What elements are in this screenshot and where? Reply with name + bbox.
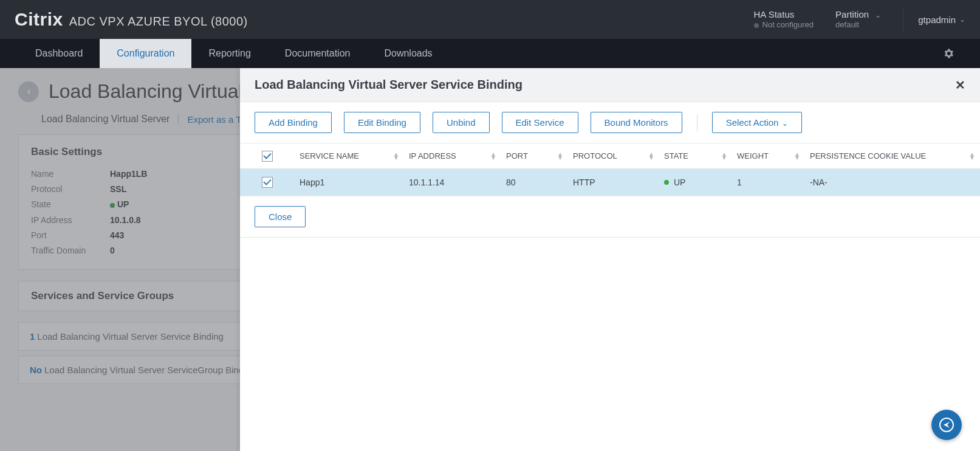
top-bar: Citrix ADC VPX AZURE BYOL (8000) HA Stat… (0, 0, 980, 39)
breadcrumb-current: Load Balancing Virtual Server (41, 114, 170, 125)
brand: Citrix ADC VPX AZURE BYOL (8000) (15, 9, 248, 30)
nav-documentation[interactable]: Documentation (268, 39, 368, 68)
cell-service-name: Happ1 (295, 177, 404, 187)
sort-icon: ▲▼ (393, 153, 399, 160)
modal-title: Load Balancing Virtual Server Service Bi… (255, 78, 955, 92)
cell-port: 80 (501, 177, 568, 187)
brand-product: ADC VPX AZURE BYOL (8000) (69, 15, 248, 29)
nav-reporting[interactable]: Reporting (191, 39, 267, 68)
select-action-dropdown[interactable]: Select Action⌄ (712, 112, 803, 133)
col-persistence-cookie[interactable]: PERSISTENCE COOKIE VALUE▲▼ (805, 151, 980, 160)
status-dot-icon (110, 203, 115, 208)
nav-configuration[interactable]: Configuration (100, 39, 191, 68)
unbind-button[interactable]: Unbind (433, 112, 490, 133)
sort-icon: ▲▼ (721, 153, 727, 160)
bound-monitors-button[interactable]: Bound Monitors (591, 112, 682, 133)
nav-downloads[interactable]: Downloads (367, 39, 449, 68)
status-dot-icon (664, 180, 669, 185)
nav-dashboard[interactable]: Dashboard (18, 39, 100, 68)
row-checkbox[interactable] (262, 177, 273, 188)
cell-cookie: -NA- (805, 177, 980, 187)
modal-toolbar: Add Binding Edit Binding Unbind Edit Ser… (240, 102, 980, 143)
brand-logo: Citrix (15, 9, 63, 30)
col-weight[interactable]: WEIGHT▲▼ (732, 151, 805, 160)
sort-icon: ▲▼ (490, 153, 496, 160)
col-port[interactable]: PORT▲▼ (501, 151, 568, 160)
chevron-down-icon: ⌄ (782, 119, 788, 128)
paper-plane-icon (939, 418, 954, 432)
back-button[interactable] (18, 81, 39, 102)
partition-value: default (835, 20, 881, 30)
sort-icon: ▲▼ (648, 153, 654, 160)
chevron-down-icon: ⌄ (959, 15, 965, 24)
cell-state: UP (659, 177, 732, 187)
table-header: SERVICE NAME▲▼ IP ADDRESS▲▼ PORT▲▼ PROTO… (240, 143, 980, 169)
partition-label: Partition (835, 9, 869, 19)
bindings-table: SERVICE NAME▲▼ IP ADDRESS▲▼ PORT▲▼ PROTO… (240, 143, 980, 196)
ha-status-block: HA Status Not configured (754, 9, 814, 30)
table-row[interactable]: Happ1 10.1.1.14 80 HTTP UP 1 -NA- (240, 169, 980, 196)
select-all-checkbox[interactable] (262, 151, 273, 162)
sort-icon: ▲▼ (794, 153, 800, 160)
main-nav: Dashboard Configuration Reporting Docume… (0, 39, 980, 68)
col-state[interactable]: STATE▲▼ (659, 151, 732, 160)
user-name: gtpadmin (918, 15, 956, 25)
modal-footer: Close (240, 196, 980, 238)
close-button[interactable]: Close (255, 206, 306, 227)
add-binding-button[interactable]: Add Binding (255, 112, 332, 133)
service-binding-modal: Load Balancing Virtual Server Service Bi… (240, 68, 980, 451)
col-protocol[interactable]: PROTOCOL▲▼ (568, 151, 659, 160)
edit-service-button[interactable]: Edit Service (502, 112, 578, 133)
edit-binding-button[interactable]: Edit Binding (344, 112, 420, 133)
col-service-name[interactable]: SERVICE NAME▲▼ (295, 151, 404, 160)
sort-icon: ▲▼ (557, 153, 563, 160)
partition-dropdown[interactable]: Partition ⌄ default (835, 9, 881, 30)
gear-icon[interactable] (935, 39, 962, 68)
cell-weight: 1 (732, 177, 805, 187)
user-menu[interactable]: gtpadmin ⌄ (903, 7, 965, 32)
send-feedback-fab[interactable] (931, 410, 962, 440)
close-icon[interactable]: ✕ (955, 78, 965, 92)
modal-header: Load Balancing Virtual Server Service Bi… (240, 68, 980, 102)
cell-ip: 10.1.1.14 (404, 177, 501, 187)
sort-icon: ▲▼ (969, 153, 975, 160)
ha-status-label: HA Status (754, 9, 814, 20)
cell-protocol: HTTP (568, 177, 659, 187)
chevron-down-icon: ⌄ (875, 11, 881, 19)
ha-status-value: Not configured (754, 20, 814, 30)
col-ip-address[interactable]: IP ADDRESS▲▼ (404, 151, 501, 160)
